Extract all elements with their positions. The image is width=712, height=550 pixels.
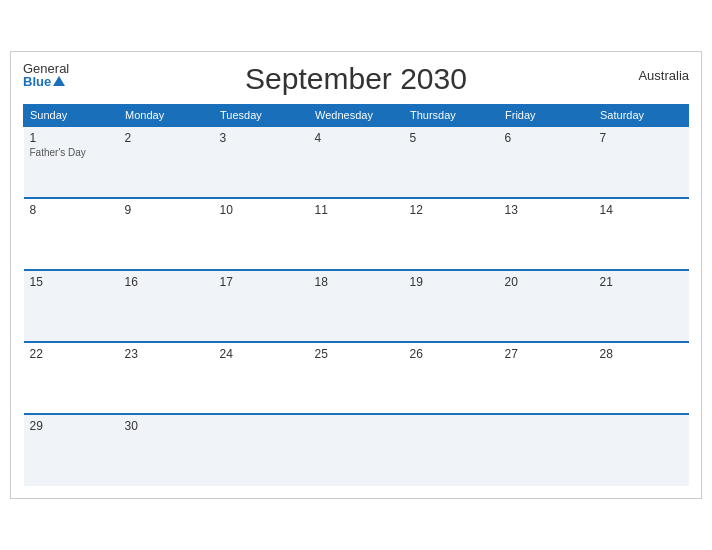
- week-row-1: 1Father's Day234567: [24, 126, 689, 198]
- calendar-cell: 25: [309, 342, 404, 414]
- calendar-cell: 11: [309, 198, 404, 270]
- day-number: 20: [505, 275, 588, 289]
- day-number: 30: [125, 419, 208, 433]
- day-number: 25: [315, 347, 398, 361]
- day-number: 5: [410, 131, 493, 145]
- calendar-cell: [404, 414, 499, 486]
- day-number: 10: [220, 203, 303, 217]
- calendar-cell: 15: [24, 270, 119, 342]
- day-number: 19: [410, 275, 493, 289]
- day-number: 9: [125, 203, 208, 217]
- day-number: 8: [30, 203, 113, 217]
- day-number: 26: [410, 347, 493, 361]
- calendar-table: SundayMondayTuesdayWednesdayThursdayFrid…: [23, 104, 689, 486]
- calendar-cell: [309, 414, 404, 486]
- day-number: 13: [505, 203, 588, 217]
- calendar-cell: 21: [594, 270, 689, 342]
- calendar-cell: 8: [24, 198, 119, 270]
- calendar-cell: 6: [499, 126, 594, 198]
- calendar-cell: 19: [404, 270, 499, 342]
- day-number: 29: [30, 419, 113, 433]
- calendar-cell: 22: [24, 342, 119, 414]
- day-number: 27: [505, 347, 588, 361]
- calendar-cell: 24: [214, 342, 309, 414]
- calendar-cell: [214, 414, 309, 486]
- calendar-cell: 29: [24, 414, 119, 486]
- calendar-cell: 10: [214, 198, 309, 270]
- calendar-cell: 1Father's Day: [24, 126, 119, 198]
- day-number: 15: [30, 275, 113, 289]
- day-number: 17: [220, 275, 303, 289]
- calendar-cell: 13: [499, 198, 594, 270]
- logo: General Blue: [23, 62, 69, 88]
- calendar-title: September 2030: [245, 62, 467, 96]
- calendar-cell: [499, 414, 594, 486]
- calendar-cell: 3: [214, 126, 309, 198]
- day-header-thursday: Thursday: [404, 105, 499, 127]
- days-header-row: SundayMondayTuesdayWednesdayThursdayFrid…: [24, 105, 689, 127]
- day-number: 22: [30, 347, 113, 361]
- day-number: 24: [220, 347, 303, 361]
- day-number: 18: [315, 275, 398, 289]
- day-number: 21: [600, 275, 683, 289]
- calendar-cell: 9: [119, 198, 214, 270]
- calendar-cell: [594, 414, 689, 486]
- day-number: 11: [315, 203, 398, 217]
- holiday-label: Father's Day: [30, 147, 113, 158]
- day-number: 16: [125, 275, 208, 289]
- calendar-cell: 5: [404, 126, 499, 198]
- calendar-cell: 23: [119, 342, 214, 414]
- day-number: 12: [410, 203, 493, 217]
- calendar-cell: 14: [594, 198, 689, 270]
- calendar-header: General Blue September 2030 Australia: [23, 62, 689, 96]
- week-row-2: 891011121314: [24, 198, 689, 270]
- calendar-container: General Blue September 2030 Australia Su…: [10, 51, 702, 499]
- calendar-cell: 16: [119, 270, 214, 342]
- calendar-cell: 30: [119, 414, 214, 486]
- day-number: 7: [600, 131, 683, 145]
- calendar-cell: 27: [499, 342, 594, 414]
- logo-blue-text: Blue: [23, 75, 69, 88]
- day-header-tuesday: Tuesday: [214, 105, 309, 127]
- calendar-cell: 12: [404, 198, 499, 270]
- day-header-sunday: Sunday: [24, 105, 119, 127]
- calendar-body: 1Father's Day234567891011121314151617181…: [24, 126, 689, 486]
- country-label: Australia: [638, 68, 689, 83]
- calendar-cell: 18: [309, 270, 404, 342]
- day-header-friday: Friday: [499, 105, 594, 127]
- day-number: 4: [315, 131, 398, 145]
- calendar-cell: 28: [594, 342, 689, 414]
- day-number: 23: [125, 347, 208, 361]
- day-header-monday: Monday: [119, 105, 214, 127]
- week-row-4: 22232425262728: [24, 342, 689, 414]
- logo-triangle-icon: [53, 76, 65, 86]
- day-number: 2: [125, 131, 208, 145]
- calendar-cell: 20: [499, 270, 594, 342]
- calendar-cell: 4: [309, 126, 404, 198]
- calendar-cell: 2: [119, 126, 214, 198]
- day-number: 14: [600, 203, 683, 217]
- calendar-cell: 26: [404, 342, 499, 414]
- day-number: 6: [505, 131, 588, 145]
- calendar-cell: 17: [214, 270, 309, 342]
- day-header-saturday: Saturday: [594, 105, 689, 127]
- calendar-thead: SundayMondayTuesdayWednesdayThursdayFrid…: [24, 105, 689, 127]
- day-number: 3: [220, 131, 303, 145]
- day-number: 1: [30, 131, 113, 145]
- week-row-3: 15161718192021: [24, 270, 689, 342]
- week-row-5: 2930: [24, 414, 689, 486]
- calendar-cell: 7: [594, 126, 689, 198]
- day-header-wednesday: Wednesday: [309, 105, 404, 127]
- day-number: 28: [600, 347, 683, 361]
